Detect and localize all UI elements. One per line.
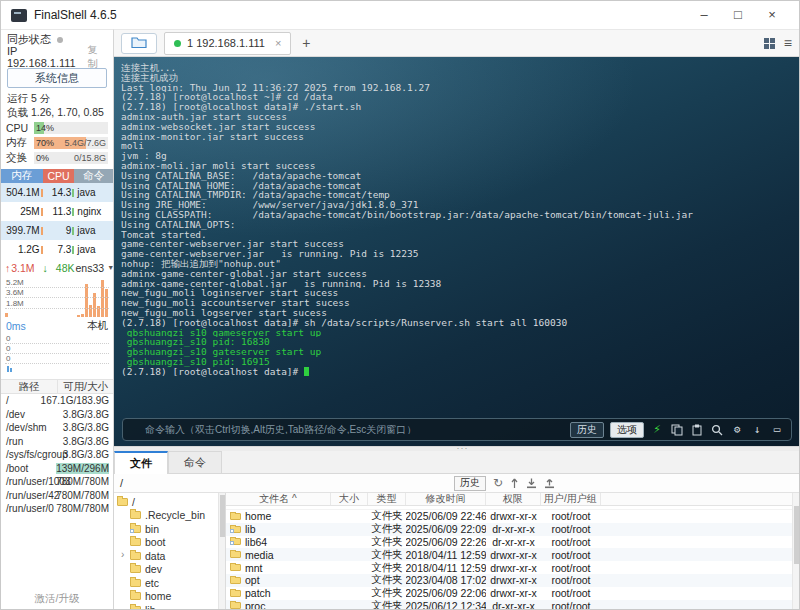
file-table-scrollbar[interactable] — [792, 493, 799, 609]
disk-row[interactable]: /run/user/1003780M/780M — [1, 475, 113, 489]
tree-item-boot[interactable]: boot — [114, 536, 225, 550]
paste-icon[interactable] — [690, 423, 704, 437]
process-row[interactable]: 1.2G7.3java — [1, 240, 113, 259]
new-tab-button[interactable]: + — [298, 35, 314, 51]
file-column-header-4[interactable]: 权限 — [486, 493, 541, 505]
folder-icon — [130, 606, 141, 609]
file-name: patch — [245, 587, 271, 599]
network-summary: ↑ 3.1M ↓ 48K ens33 ▼ — [1, 259, 113, 276]
folder-icon — [117, 498, 128, 506]
upload-icon[interactable] — [544, 478, 555, 489]
file-row-lib64[interactable]: lib64文件夹2025/06/09 22:26dr-xr-xr-xroot/r… — [226, 536, 799, 549]
file-column-header-1[interactable]: 大小 — [331, 493, 368, 505]
ping-value: 0ms — [6, 320, 26, 332]
file-row-lib[interactable]: lib文件夹2025/06/09 22:09dr-xr-xr-xroot/roo… — [226, 523, 799, 536]
tree-item-bin[interactable]: bin — [114, 522, 225, 536]
tree-scrollbar[interactable] — [218, 493, 225, 609]
file-row-media[interactable]: media文件夹2018/04/11 12:59drwxr-xr-xroot/r… — [226, 548, 799, 561]
search-icon[interactable] — [710, 423, 724, 437]
path-input[interactable]: / — [120, 477, 123, 489]
transfer-list-icon[interactable] — [510, 478, 519, 489]
scroll-down-icon[interactable]: ↓ — [750, 423, 764, 437]
file-row-mnt[interactable]: mnt文件夹2018/04/11 12:59drwxr-xr-xroot/roo… — [226, 561, 799, 574]
file-row-home[interactable]: home文件夹2025/06/09 22:46drwxr-xr-xroot/ro… — [226, 510, 799, 523]
process-row[interactable]: 25M11.3nginx — [1, 202, 113, 221]
file-column-header-0[interactable]: 文件名 ^ — [226, 493, 331, 505]
disk-row[interactable]: /boot139M/296M — [1, 462, 113, 476]
tree-item-[interactable]: / — [114, 495, 225, 509]
quick-command-icon[interactable]: ⚡ — [650, 423, 664, 437]
activate-upgrade-link[interactable]: 激活/升级 — [1, 592, 113, 609]
menu-icon[interactable]: ≡ — [784, 35, 792, 51]
download-rate: 48K — [56, 262, 75, 274]
directory-tree: /.Recycle_binbinboot›datadevetchomelib — [114, 493, 226, 609]
close-button[interactable]: × — [755, 1, 789, 29]
tab-close-icon[interactable]: × — [275, 37, 281, 49]
tree-item-etc[interactable]: etc — [114, 576, 225, 590]
folder-icon — [230, 590, 241, 597]
panel-splitter[interactable]: ··· — [114, 446, 799, 451]
uptime-label: 运行 5 分 — [1, 92, 113, 106]
disk-row[interactable]: /run/user/0780M/780M — [1, 502, 113, 516]
disk-row[interactable]: /167.1G/183.9G — [1, 394, 113, 408]
disk-path: /sys/fs/cgroup — [1, 449, 53, 460]
terminal-line: game-center-webserver.jar start success — [121, 239, 795, 249]
file-mtime: 2025/06/09 22:26 — [406, 536, 486, 548]
tab-files[interactable]: 文件 — [114, 451, 168, 474]
disk-row[interactable]: /dev3.8G/3.8G — [1, 408, 113, 422]
minimize-button[interactable]: – — [687, 1, 721, 29]
folder-icon — [130, 511, 141, 519]
disk-size-value: 780M/780M — [56, 476, 109, 487]
tab-commands[interactable]: 命令 — [168, 451, 222, 473]
chart-gridline — [5, 353, 109, 354]
terminal-line: (2.7.18) [root@localhost data]# — [121, 367, 795, 377]
terminal-line: adminx-game-center-global.jar is running… — [121, 279, 795, 289]
tree-item-home[interactable]: home — [114, 590, 225, 604]
file-permissions: drwxr-xr-x — [486, 574, 541, 586]
file-permissions: drwxr-xr-x — [486, 549, 541, 561]
tree-item-dev[interactable]: dev — [114, 563, 225, 577]
process-header-2[interactable]: 命令 — [74, 169, 113, 183]
folder-icon — [130, 538, 141, 546]
process-header-1[interactable]: CPU — [43, 169, 75, 183]
history-button[interactable]: 历史 — [570, 422, 604, 438]
disk-row[interactable]: /run/user/42780M/780M — [1, 489, 113, 503]
expand-chevron-icon[interactable]: › — [121, 549, 124, 560]
process-header-0[interactable]: 内存 — [1, 169, 43, 183]
terminal[interactable]: 连接主机...连接主机成功Last login: Thu Jun 12 11:3… — [114, 57, 799, 446]
file-row-proc[interactable]: proc文件夹2025/06/12 12:34dr-xr-xr-xroot/ro… — [226, 600, 799, 609]
tree-item-data[interactable]: ›data — [114, 549, 225, 563]
process-command: java — [74, 225, 113, 236]
command-input[interactable]: 命令输入（双击Ctrl切换,Alt历史,Tab路径/命令,Esc关闭窗口） — [145, 425, 564, 435]
disk-row[interactable]: /run3.8G/3.8G — [1, 435, 113, 449]
disk-row[interactable]: /sys/fs/cgroup3.8G/3.8G — [1, 448, 113, 462]
download-icon[interactable] — [526, 478, 537, 489]
settings-gear-icon[interactable]: ⚙ — [730, 423, 744, 437]
folder-icon — [230, 551, 241, 558]
copy-ip-button[interactable]: 复制 — [87, 43, 107, 71]
tree-item-lib[interactable]: lib — [114, 603, 225, 609]
fullscreen-icon[interactable]: ▭ — [770, 423, 784, 437]
system-info-button[interactable]: 系统信息 — [7, 68, 107, 88]
session-tab[interactable]: 1 192.168.1.111 × — [164, 32, 291, 55]
terminal-line: Using JRE_HOME: /www/server/java/jdk1.8.… — [121, 200, 795, 210]
file-row-patch[interactable]: patch文件夹2025/06/09 22:06drwxr-xr-xroot/r… — [226, 587, 799, 600]
file-mtime: 2025/06/09 22:09 — [406, 523, 486, 535]
disk-row[interactable]: /dev/shm3.8G/3.8G — [1, 421, 113, 435]
interface-select[interactable]: ens33 — [76, 262, 105, 274]
process-row[interactable]: 399.7M9java — [1, 221, 113, 240]
tree-item-recyclebin[interactable]: .Recycle_bin — [114, 509, 225, 523]
file-column-header-5[interactable]: 用户/用户组 — [541, 493, 601, 505]
copy-icon[interactable] — [670, 423, 684, 437]
file-column-header-3[interactable]: 修改时间 — [406, 493, 486, 505]
options-button[interactable]: 选项 — [610, 422, 644, 438]
refresh-icon[interactable]: ↻ — [493, 477, 503, 489]
maximize-button[interactable]: □ — [721, 1, 755, 29]
open-connections-button[interactable] — [121, 33, 157, 54]
layout-grid-icon[interactable] — [764, 38, 775, 49]
file-row-opt[interactable]: opt文件夹2023/04/08 17:02drwxr-xr-xroot/roo… — [226, 574, 799, 587]
process-row[interactable]: 504.1M14.3java — [1, 183, 113, 202]
path-history-button[interactable]: 历史 — [454, 476, 486, 491]
file-name-cell: opt — [226, 574, 331, 586]
file-column-header-2[interactable]: 类型 — [368, 493, 406, 505]
